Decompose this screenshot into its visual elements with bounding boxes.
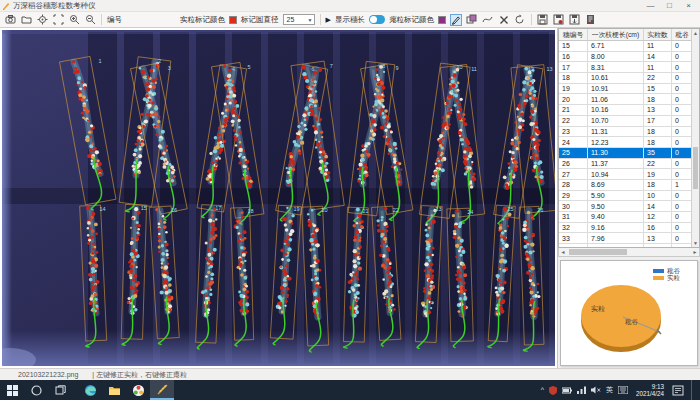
grain-mark[interactable] <box>429 285 432 288</box>
grain-mark[interactable] <box>208 169 211 172</box>
grain-mark[interactable] <box>468 154 472 158</box>
grain-mark[interactable] <box>446 101 449 104</box>
grain-mark[interactable] <box>242 253 245 256</box>
grain-mark[interactable] <box>288 184 291 187</box>
grain-mark[interactable] <box>432 254 434 256</box>
grain-mark[interactable] <box>292 162 296 166</box>
grain-mark[interactable] <box>457 290 460 293</box>
grain-mark[interactable] <box>502 218 504 220</box>
grain-mark[interactable] <box>291 214 295 218</box>
grain-mark[interactable] <box>96 251 99 254</box>
grain-mark[interactable] <box>378 97 381 100</box>
grain-mark[interactable] <box>530 116 533 119</box>
grain-mark[interactable] <box>239 302 243 306</box>
grain-mark[interactable] <box>316 142 320 146</box>
grain-mark[interactable] <box>383 237 387 241</box>
grain-mark[interactable] <box>163 225 167 229</box>
grain-mark[interactable] <box>532 153 535 156</box>
grain-mark[interactable] <box>213 248 217 252</box>
grain-mark[interactable] <box>171 171 175 175</box>
grain-mark[interactable] <box>315 118 318 121</box>
grain-mark[interactable] <box>472 173 475 176</box>
grain-mark[interactable] <box>455 274 457 276</box>
grain-mark[interactable] <box>372 114 376 118</box>
grain-mark[interactable] <box>165 287 168 290</box>
file-explorer-icon[interactable] <box>102 380 126 400</box>
grain-mark[interactable] <box>241 216 244 219</box>
grain-mark[interactable] <box>464 289 466 291</box>
grain-mark[interactable] <box>302 113 306 117</box>
grain-mark[interactable] <box>165 231 168 234</box>
grain-mark[interactable] <box>499 259 503 263</box>
grain-mark[interactable] <box>433 183 436 186</box>
grain-mark[interactable] <box>133 153 137 157</box>
grain-mark[interactable] <box>221 112 224 115</box>
grain-mark[interactable] <box>461 143 463 145</box>
grain-mark[interactable] <box>94 223 98 227</box>
grain-mark[interactable] <box>212 162 215 165</box>
grain-mark[interactable] <box>520 113 524 117</box>
grain-mark[interactable] <box>285 264 288 267</box>
grain-mark[interactable] <box>89 227 92 230</box>
grain-mark[interactable] <box>245 285 248 288</box>
grain-mark[interactable] <box>530 242 534 246</box>
grain-mark[interactable] <box>209 241 212 244</box>
grain-mark[interactable] <box>223 64 226 67</box>
grain-mark[interactable] <box>473 178 476 181</box>
grain-mark[interactable] <box>457 266 460 269</box>
grain-mark[interactable] <box>511 155 514 158</box>
grain-mark[interactable] <box>314 80 317 83</box>
grain-mark[interactable] <box>75 69 79 73</box>
grain-mark[interactable] <box>531 110 535 114</box>
grain-mark[interactable] <box>315 138 317 140</box>
grain-mark[interactable] <box>386 271 390 275</box>
table-row[interactable]: 2210.70170 <box>559 116 699 127</box>
grain-mark[interactable] <box>314 114 317 117</box>
grain-mark[interactable] <box>348 290 351 293</box>
grain-mark[interactable] <box>98 162 102 166</box>
grain-mark[interactable] <box>310 109 313 112</box>
grain-mark[interactable] <box>381 216 384 219</box>
grain-mark[interactable] <box>89 261 92 264</box>
grain-mark[interactable] <box>442 129 444 131</box>
grain-mark[interactable] <box>526 271 530 275</box>
grain-mark[interactable] <box>151 79 155 83</box>
grain-mark[interactable] <box>537 295 540 298</box>
grain-mark[interactable] <box>165 249 168 252</box>
grain-mark[interactable] <box>364 164 366 166</box>
grain-mark[interactable] <box>136 266 138 268</box>
grain-mark[interactable] <box>243 150 245 152</box>
grain-mark[interactable] <box>387 124 391 128</box>
grain-mark[interactable] <box>311 86 313 88</box>
grain-mark[interactable] <box>162 152 165 155</box>
grain-mark[interactable] <box>229 101 232 104</box>
table-row[interactable]: 319.40120 <box>559 212 699 223</box>
grain-mark[interactable] <box>524 100 526 102</box>
grain-mark[interactable] <box>377 224 379 226</box>
grain-mark[interactable] <box>319 118 322 121</box>
grain-mark[interactable] <box>391 165 394 168</box>
grain-mark[interactable] <box>374 110 376 112</box>
grain-mark[interactable] <box>310 98 314 102</box>
grain-mark[interactable] <box>302 65 306 69</box>
grain-mark[interactable] <box>81 98 84 101</box>
grain-mark[interactable] <box>381 94 383 96</box>
grain-mark[interactable] <box>310 112 314 116</box>
grain-mark[interactable] <box>500 307 504 311</box>
grain-mark[interactable] <box>201 290 205 294</box>
grain-mark[interactable] <box>514 137 516 139</box>
grain-mark[interactable] <box>528 238 530 240</box>
grain-mark[interactable] <box>95 270 97 272</box>
grain-mark[interactable] <box>356 298 359 301</box>
grain-mark[interactable] <box>359 175 361 177</box>
grain-mark[interactable] <box>536 157 539 160</box>
grain-mark[interactable] <box>239 130 242 133</box>
grain-mark[interactable] <box>285 279 287 281</box>
grain-mark[interactable] <box>221 125 224 128</box>
grain-mark[interactable] <box>206 294 208 296</box>
grain-mark[interactable] <box>358 214 362 218</box>
grain-mark[interactable] <box>434 180 437 183</box>
grain-mark[interactable] <box>389 148 392 151</box>
grain-mark[interactable] <box>522 80 526 84</box>
grain-mark[interactable] <box>458 107 462 111</box>
